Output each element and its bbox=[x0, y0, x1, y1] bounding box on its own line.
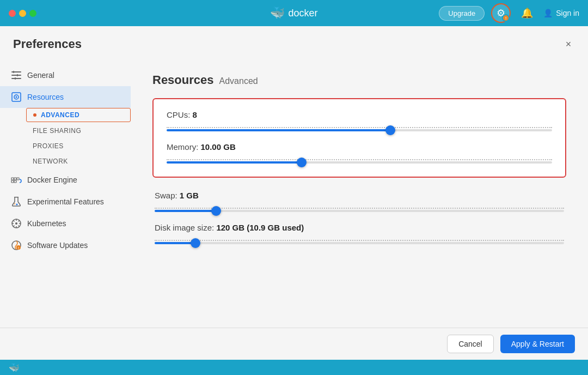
sidebar-item-general[interactable]: General bbox=[0, 64, 131, 86]
section-heading: Resources Advanced bbox=[152, 73, 566, 87]
svg-rect-2 bbox=[11, 78, 21, 79]
resource-box: CPUs: 8 Memory: 10.00 GB bbox=[152, 98, 566, 178]
sidebar-item-software-updates[interactable]: ! Software Updates bbox=[0, 234, 131, 256]
svg-rect-5 bbox=[15, 77, 16, 80]
swap-slider-thumb[interactable] bbox=[211, 206, 221, 216]
cpu-slider-fill bbox=[167, 129, 390, 131]
sidebar-subitem-proxies[interactable]: PROXIES bbox=[26, 138, 131, 154]
disk-slider-thumb[interactable] bbox=[191, 238, 200, 248]
sidebar: General Resources ADVANCED bbox=[0, 60, 131, 328]
general-icon bbox=[11, 70, 22, 81]
sidebar-subitems: ADVANCED FILE SHARING PROXIES NETWORK bbox=[26, 108, 131, 169]
svg-rect-14 bbox=[14, 197, 19, 198]
close-traffic-light[interactable] bbox=[9, 10, 16, 17]
resources-label: Resources bbox=[27, 93, 64, 101]
docker-whale-icon: 🐳 bbox=[270, 6, 285, 20]
footer: Cancel Apply & Restart bbox=[0, 328, 588, 360]
sidebar-item-experimental[interactable]: Experimental Features bbox=[0, 191, 131, 213]
memory-slider-thumb[interactable] bbox=[297, 158, 307, 167]
notifications-button[interactable]: 🔔 bbox=[517, 3, 537, 23]
sign-in-label: Sign in bbox=[556, 9, 579, 17]
software-updates-icon: ! bbox=[11, 240, 22, 251]
sidebar-subitem-file-sharing[interactable]: FILE SHARING bbox=[26, 123, 131, 138]
disk-slider-fill bbox=[155, 242, 195, 244]
titlebar-right: Upgrade ⚙ ! 🔔 👤 Sign in bbox=[439, 3, 579, 23]
disk-section: Disk image size: 120 GB (10.9 GB used) bbox=[152, 223, 566, 244]
cpu-tick-row bbox=[167, 127, 552, 128]
sidebar-item-kubernetes[interactable]: Kubernetes bbox=[0, 213, 131, 234]
disk-tick-row bbox=[155, 240, 564, 241]
svg-rect-13 bbox=[14, 180, 16, 183]
svg-point-16 bbox=[16, 204, 18, 205]
memory-label: Memory: 10.00 GB bbox=[167, 142, 552, 152]
docker-engine-label: Docker Engine bbox=[27, 176, 77, 184]
sidebar-subitem-advanced[interactable]: ADVANCED bbox=[26, 108, 131, 122]
resources-icon bbox=[11, 92, 22, 102]
settings-button[interactable]: ⚙ ! bbox=[491, 3, 511, 23]
section-title: Resources bbox=[152, 73, 214, 87]
svg-point-15 bbox=[14, 203, 15, 204]
sidebar-item-resources[interactable]: Resources bbox=[0, 86, 131, 108]
experimental-icon bbox=[11, 196, 22, 207]
titlebar: 🐳 docker Upgrade ⚙ ! 🔔 👤 Sign in bbox=[0, 0, 588, 26]
swap-value: 1 GB bbox=[180, 191, 199, 200]
disk-label: Disk image size: 120 GB (10.9 GB used) bbox=[155, 223, 564, 232]
swap-label: Swap: 1 GB bbox=[155, 191, 564, 200]
svg-text:!: ! bbox=[18, 246, 19, 250]
advanced-dot bbox=[33, 113, 36, 117]
software-updates-label: Software Updates bbox=[27, 241, 88, 250]
network-label: NETWORK bbox=[33, 158, 68, 165]
svg-rect-10 bbox=[14, 178, 16, 180]
page-title: Preferences bbox=[13, 37, 82, 51]
cancel-button[interactable]: Cancel bbox=[447, 335, 494, 353]
docker-logo: 🐳 docker bbox=[270, 6, 317, 20]
memory-slider-fill bbox=[167, 161, 302, 164]
memory-value: 10.00 GB bbox=[201, 142, 236, 152]
proxies-label: PROXIES bbox=[33, 142, 64, 150]
preferences-header: Preferences × bbox=[0, 26, 588, 60]
svg-point-8 bbox=[16, 96, 17, 98]
swap-slider-fill bbox=[155, 210, 216, 212]
svg-rect-0 bbox=[11, 71, 21, 72]
cpu-slider-thumb[interactable] bbox=[385, 125, 395, 135]
memory-tick-row bbox=[167, 159, 552, 160]
cpu-value: 8 bbox=[193, 110, 197, 119]
bottom-bar: 🐳 bbox=[0, 360, 588, 375]
svg-rect-4 bbox=[17, 74, 18, 76]
apply-restart-button[interactable]: Apply & Restart bbox=[500, 335, 575, 353]
titlebar-left bbox=[9, 10, 41, 17]
content-layout: General Resources ADVANCED bbox=[0, 60, 588, 328]
sidebar-item-docker-engine[interactable]: Docker Engine bbox=[0, 169, 131, 191]
upgrade-button[interactable]: Upgrade bbox=[439, 6, 485, 21]
svg-rect-9 bbox=[11, 178, 14, 180]
file-sharing-label: FILE SHARING bbox=[33, 127, 81, 135]
svg-rect-3 bbox=[13, 71, 14, 73]
section-subtitle: Advanced bbox=[219, 76, 258, 86]
traffic-lights bbox=[9, 10, 36, 17]
main-area: Preferences × General bbox=[0, 26, 588, 360]
svg-rect-1 bbox=[11, 75, 21, 76]
docker-engine-icon bbox=[11, 174, 22, 185]
advanced-label: ADVANCED bbox=[41, 111, 79, 119]
gear-badge: ! bbox=[502, 14, 510, 22]
kubernetes-label: Kubernetes bbox=[27, 219, 66, 228]
sidebar-subitem-network[interactable]: NETWORK bbox=[26, 154, 131, 169]
bottom-docker-icon: 🐳 bbox=[9, 362, 20, 373]
user-icon: 👤 bbox=[543, 9, 553, 17]
minimize-traffic-light[interactable] bbox=[19, 10, 26, 17]
maximize-traffic-light[interactable] bbox=[29, 10, 36, 17]
sign-in-button[interactable]: 👤 Sign in bbox=[543, 9, 579, 17]
disk-value: 120 GB (10.9 GB used) bbox=[216, 223, 304, 232]
svg-rect-11 bbox=[17, 178, 19, 180]
app-name-label: docker bbox=[288, 8, 317, 19]
general-label: General bbox=[27, 71, 54, 80]
experimental-label: Experimental Features bbox=[27, 197, 104, 206]
bell-icon: 🔔 bbox=[521, 7, 533, 19]
kubernetes-icon bbox=[11, 218, 22, 229]
cpu-label: CPUs: 8 bbox=[167, 110, 552, 119]
titlebar-center: 🐳 docker bbox=[270, 6, 317, 20]
swap-section: Swap: 1 GB bbox=[152, 191, 566, 212]
close-button[interactable]: × bbox=[562, 38, 575, 51]
main-panel: Resources Advanced CPUs: 8 Memory: 10.00… bbox=[131, 60, 588, 328]
svg-point-18 bbox=[15, 222, 17, 225]
